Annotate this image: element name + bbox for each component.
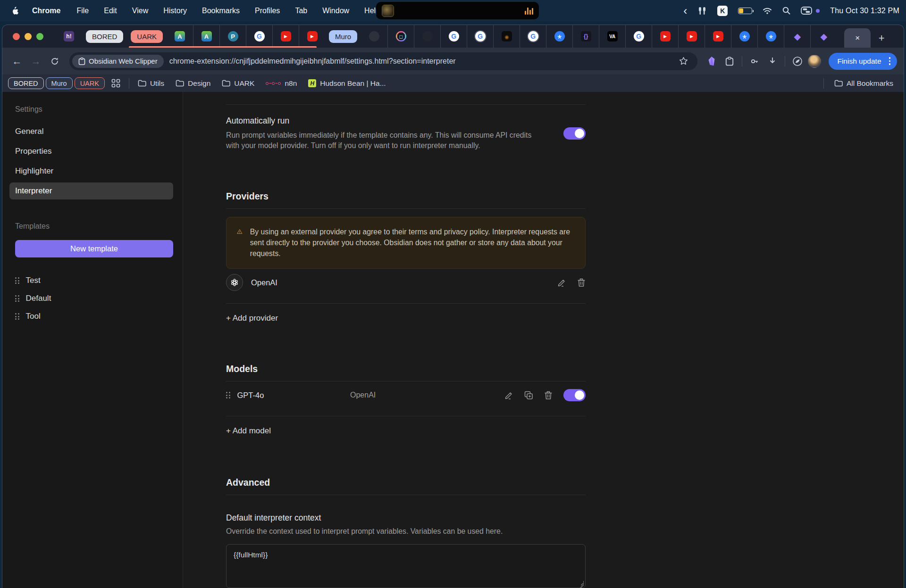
bookmark-folder-utils[interactable]: Utils <box>133 79 169 88</box>
sidebar-item-properties[interactable]: Properties <box>9 143 173 160</box>
tab-braces[interactable]: {} <box>572 25 599 48</box>
new-tab-button[interactable]: + <box>871 28 892 48</box>
close-window-button[interactable] <box>13 33 20 40</box>
resize-handle-icon[interactable] <box>579 581 584 586</box>
tab-youtube[interactable]: ▶ <box>678 25 705 48</box>
drag-handle-icon[interactable] <box>15 295 19 302</box>
duplicate-model-icon[interactable] <box>524 391 533 400</box>
sidebar-item-interpreter[interactable]: Interpreter <box>9 182 173 199</box>
airpods-icon[interactable] <box>697 7 707 15</box>
tab-youtube[interactable]: ▶ <box>705 25 731 48</box>
template-item-test[interactable]: Test <box>15 272 171 290</box>
tab-google[interactable]: G <box>625 25 652 48</box>
delete-provider-icon[interactable] <box>577 278 586 287</box>
browser-menu-icon[interactable] <box>886 57 894 65</box>
profile-avatar[interactable] <box>808 55 821 68</box>
finish-update-button[interactable]: Finish update <box>829 53 897 70</box>
tab-chatgpt[interactable]: * <box>731 25 757 48</box>
tab-chatgpt[interactable]: * <box>546 25 572 48</box>
sidebar-item-general[interactable]: General <box>9 123 173 140</box>
bookmark-folder-uark[interactable]: UARK <box>217 79 259 88</box>
address-bar[interactable]: Obsidian Web Clipper chrome-extension://… <box>69 52 697 70</box>
tab-chatgpt[interactable]: * <box>757 25 784 48</box>
bookmark-folder-design[interactable]: Design <box>171 79 215 88</box>
tab-google[interactable]: G <box>440 25 467 48</box>
clipboard-extension-icon[interactable] <box>722 54 737 69</box>
url-text[interactable]: chrome-extension://cnjifjpddelmedmihgije… <box>169 57 676 66</box>
obsidian-extension-icon[interactable] <box>704 54 719 69</box>
bookmark-n8n[interactable]: n8n <box>261 79 302 88</box>
bookmark-star-icon[interactable] <box>676 54 691 69</box>
drag-handle-icon[interactable] <box>15 277 19 284</box>
new-template-button[interactable]: New template <box>15 240 173 257</box>
notch-media-widget[interactable] <box>376 2 539 19</box>
menubar-collapse-icon[interactable]: ‹ <box>683 6 687 16</box>
menu-file[interactable]: File <box>69 7 96 15</box>
add-provider-button[interactable]: + Add provider <box>226 314 278 323</box>
interpreter-context-textarea[interactable]: {{fullHtml}} <box>226 544 586 588</box>
template-item-default[interactable]: Default <box>15 290 171 307</box>
tab-va[interactable]: VA <box>599 25 625 48</box>
menu-profiles[interactable]: Profiles <box>247 7 287 15</box>
keyboard-app-icon[interactable]: K <box>717 6 728 16</box>
window-controls[interactable] <box>13 33 43 40</box>
edit-model-icon[interactable] <box>504 391 513 400</box>
tab-obsidian[interactable]: ◆ <box>810 25 837 48</box>
close-tab-icon[interactable]: × <box>855 33 860 43</box>
drag-handle-icon[interactable] <box>15 313 19 320</box>
template-item-tool[interactable]: Tool <box>15 307 171 325</box>
tab-group-bored[interactable]: BORED <box>86 30 123 43</box>
tab-group-muro[interactable]: Muro <box>329 30 357 43</box>
tab-google[interactable]: G <box>520 25 546 48</box>
wifi-icon[interactable] <box>763 7 772 15</box>
apps-grid-icon[interactable] <box>107 79 125 88</box>
tab-dark-site[interactable] <box>493 25 520 48</box>
tab-hostinger[interactable]: h! <box>56 25 82 48</box>
menu-view[interactable]: View <box>125 7 156 15</box>
extension-site-chip[interactable]: Obsidian Web Clipper <box>72 55 164 68</box>
minimize-window-button[interactable] <box>25 33 32 40</box>
tab-youtube[interactable]: ▶ <box>299 25 325 48</box>
delete-model-icon[interactable] <box>544 390 553 400</box>
tab-google[interactable]: G <box>246 25 272 48</box>
battery-icon[interactable] <box>738 8 752 14</box>
active-tab[interactable]: × <box>844 28 871 48</box>
tab-obsidian[interactable]: ◆ <box>784 25 810 48</box>
menu-history[interactable]: History <box>156 7 194 15</box>
tab-google[interactable]: G <box>467 25 493 48</box>
tab-cube[interactable]: ◻ <box>387 25 414 48</box>
reload-button[interactable] <box>47 53 63 69</box>
zoom-window-button[interactable] <box>36 33 43 40</box>
leaf-circle-icon[interactable] <box>790 54 805 69</box>
menu-window[interactable]: Window <box>315 7 357 15</box>
model-enabled-toggle[interactable] <box>563 389 586 401</box>
menu-bookmarks[interactable]: Bookmarks <box>194 7 247 15</box>
drag-handle-icon[interactable] <box>226 392 230 398</box>
menubar-clock[interactable]: Thu Oct 30 1:32 PM <box>830 7 899 15</box>
all-bookmarks-button[interactable]: All Bookmarks <box>830 79 898 88</box>
tab-app-a[interactable]: A <box>167 25 193 48</box>
bookmark-group-muro[interactable]: Muro <box>46 77 73 89</box>
back-button[interactable]: ← <box>9 53 25 69</box>
edit-provider-icon[interactable] <box>557 278 566 287</box>
tab-youtube[interactable]: ▶ <box>272 25 299 48</box>
menu-app-name[interactable]: Chrome <box>23 7 69 15</box>
bookmark-group-bored[interactable]: BORED <box>8 77 44 89</box>
tab-group-uark[interactable]: UARK <box>131 30 163 43</box>
tab-github[interactable] <box>361 25 387 48</box>
add-model-button[interactable]: + Add model <box>226 426 271 436</box>
downloads-icon[interactable] <box>765 54 780 69</box>
tab-spotify[interactable] <box>414 25 440 48</box>
apple-menu-icon[interactable] <box>7 6 23 15</box>
control-center-icon[interactable] <box>801 7 812 15</box>
tab-proton[interactable]: P <box>219 25 246 48</box>
menu-edit[interactable]: Edit <box>96 7 125 15</box>
auto-run-toggle[interactable] <box>563 127 586 140</box>
sidebar-item-highlighter[interactable]: Highlighter <box>9 163 173 180</box>
bookmark-group-uark[interactable]: UARK <box>75 77 105 89</box>
forward-button[interactable]: → <box>28 53 44 69</box>
password-key-icon[interactable] <box>747 54 762 69</box>
spotlight-search-icon[interactable] <box>782 7 790 15</box>
menu-tab[interactable]: Tab <box>287 7 315 15</box>
tab-app-a[interactable]: A <box>193 25 219 48</box>
